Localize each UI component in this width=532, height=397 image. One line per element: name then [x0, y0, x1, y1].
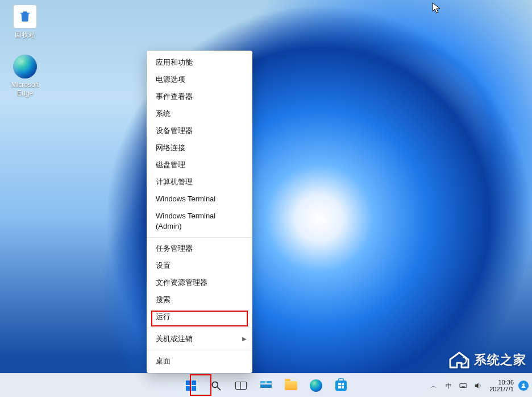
menu-item-power-options[interactable]: 电源选项: [147, 71, 252, 88]
svg-rect-3: [462, 386, 464, 387]
task-view-icon: [235, 382, 247, 390]
system-tray: ︿ 中 10:36 2021/7/1: [429, 374, 529, 397]
menu-item-task-manager[interactable]: 任务管理器: [147, 240, 252, 257]
svg-line-1: [218, 387, 221, 390]
menu-item-computer-management[interactable]: 计算机管理: [147, 173, 252, 191]
speaker-icon: [473, 381, 483, 390]
clock-date: 2021/7/1: [488, 386, 514, 392]
menu-item-file-explorer[interactable]: 文件资源管理器: [147, 274, 252, 291]
menu-separator: [147, 350, 252, 350]
desktop-icon-label: Microsoft Edge: [5, 81, 45, 98]
menu-item-apps-features[interactable]: 应用和功能: [147, 54, 252, 71]
desktop[interactable]: 回收站 Microsoft Edge 应用和功能 电源选项 事件查看器 系统 设…: [0, 0, 532, 397]
taskbar: ︿ 中 10:36 2021/7/1: [0, 373, 532, 397]
menu-item-windows-terminal[interactable]: Windows Terminal: [147, 191, 252, 208]
widgets-button[interactable]: [256, 375, 276, 396]
edge-icon: [310, 379, 322, 392]
ethernet-icon: [459, 381, 468, 390]
svg-point-0: [212, 382, 218, 387]
search-icon: [210, 380, 222, 391]
file-explorer-button[interactable]: [281, 375, 301, 396]
menu-item-shutdown-signout[interactable]: 关机或注销 ▶: [147, 330, 252, 348]
taskview-button[interactable]: [231, 375, 251, 396]
widgets-icon: [260, 381, 272, 390]
clock[interactable]: 10:36 2021/7/1: [488, 379, 514, 392]
windows-logo-icon: [186, 381, 196, 391]
search-button[interactable]: [206, 375, 226, 396]
network-icon[interactable]: [458, 381, 468, 391]
ime-indicator[interactable]: 中: [443, 381, 454, 391]
menu-item-run[interactable]: 运行: [147, 308, 252, 325]
menu-separator: [147, 237, 252, 238]
menu-item-windows-terminal-admin[interactable]: Windows Terminal (Admin): [147, 208, 252, 235]
desktop-icon-label: 回收站: [5, 31, 45, 39]
chevron-right-icon: ▶: [242, 334, 247, 344]
store-button[interactable]: [331, 375, 351, 396]
cursor-icon: [432, 2, 441, 15]
folder-icon: [285, 381, 297, 390]
chevron-up-icon: ︿: [430, 381, 437, 391]
svg-point-4: [522, 383, 525, 386]
menu-item-event-viewer[interactable]: 事件查看器: [147, 88, 252, 105]
taskbar-center-group: [181, 375, 351, 396]
recycle-bin-icon: [13, 5, 37, 28]
start-context-menu: 应用和功能 电源选项 事件查看器 系统 设备管理器 网络连接 磁盘管理 计算机管…: [147, 51, 252, 373]
edge-icon: [13, 55, 37, 78]
menu-item-desktop[interactable]: 桌面: [147, 353, 252, 370]
menu-item-search[interactable]: 搜索: [147, 291, 252, 308]
menu-item-network-connections[interactable]: 网络连接: [147, 139, 252, 156]
menu-item-settings[interactable]: 设置: [147, 257, 252, 274]
edge-taskbar-button[interactable]: [306, 375, 326, 396]
start-button[interactable]: [181, 375, 201, 396]
volume-icon[interactable]: [473, 381, 483, 391]
tray-overflow-button[interactable]: ︿: [429, 381, 439, 391]
clock-time: 10:36: [488, 379, 514, 386]
menu-item-system[interactable]: 系统: [147, 105, 252, 122]
desktop-icon-edge[interactable]: Microsoft Edge: [5, 55, 45, 98]
store-icon: [335, 381, 347, 391]
presence-indicator[interactable]: [518, 381, 529, 391]
site-watermark: 系统之家: [448, 351, 526, 369]
user-icon: [521, 383, 526, 388]
menu-separator: [147, 328, 252, 328]
desktop-icon-recycle-bin[interactable]: 回收站: [5, 5, 45, 39]
menu-item-disk-management[interactable]: 磁盘管理: [147, 156, 252, 173]
menu-item-device-manager[interactable]: 设备管理器: [147, 122, 252, 139]
